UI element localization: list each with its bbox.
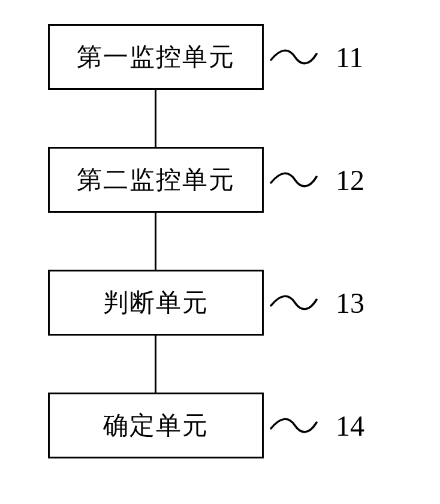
- node-determination: 确定单元: [48, 393, 264, 458]
- reference-tilde-icon: [270, 415, 318, 436]
- connector-line: [155, 213, 156, 270]
- reference-tilde-icon: [270, 170, 318, 190]
- reference-number: 12: [336, 164, 364, 197]
- flow-diagram: 第一监控单元 11 第二监控单元 12 判断单元 13 确定单元 1: [0, 0, 440, 504]
- node-label: 判断单元: [103, 286, 209, 319]
- reference-tilde-icon: [270, 47, 318, 67]
- node-first-monitor: 第一监控单元: [48, 24, 264, 90]
- node-second-monitor: 第二监控单元: [48, 147, 264, 213]
- reference-number: 13: [336, 286, 364, 319]
- node-label: 第二监控单元: [77, 163, 235, 197]
- connector-line: [155, 336, 156, 393]
- node-label: 第一监控单元: [77, 40, 235, 74]
- reference-number: 11: [336, 41, 363, 74]
- reference-tilde-icon: [270, 292, 318, 313]
- node-judgment: 判断单元: [48, 270, 264, 336]
- node-label: 确定单元: [103, 409, 209, 442]
- reference-number: 14: [336, 409, 364, 442]
- connector-line: [155, 90, 156, 147]
